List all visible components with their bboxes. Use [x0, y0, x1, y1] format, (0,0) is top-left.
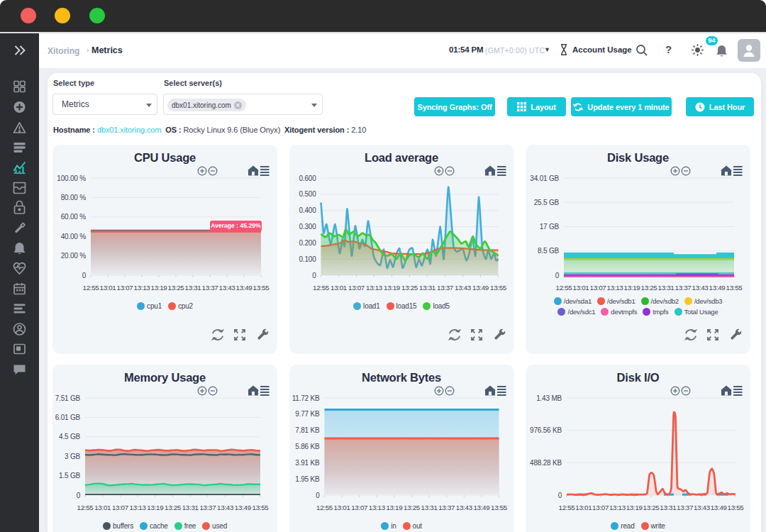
svg-text:13:25: 13:25	[640, 284, 657, 292]
svg-text:13:07: 13:07	[351, 504, 367, 511]
svg-text:13:13: 13:13	[365, 284, 382, 292]
svg-text:13:43: 13:43	[218, 284, 235, 292]
svg-text:40.00 %: 40.00 %	[61, 233, 87, 240]
svg-text:13:01: 13:01	[575, 504, 592, 511]
svg-text:13:37: 13:37	[677, 504, 693, 511]
svg-text:13:19: 13:19	[147, 504, 163, 511]
svg-text:13:13: 13:13	[133, 284, 150, 292]
svg-text:80.00 %: 80.00 %	[61, 194, 87, 201]
svg-text:13:07: 13:07	[592, 504, 609, 511]
svg-text:7.81 KB: 7.81 KB	[295, 426, 320, 434]
svg-text:13:49: 13:49	[235, 504, 251, 511]
svg-text:13:55: 13:55	[726, 284, 743, 292]
svg-text:13:37: 13:37	[438, 504, 455, 511]
svg-text:13:13: 13:13	[609, 504, 626, 511]
svg-text:976.56 KB: 976.56 KB	[530, 426, 562, 434]
svg-text:13:43: 13:43	[694, 504, 711, 511]
svg-text:13:07: 13:07	[112, 504, 128, 511]
svg-text:13:43: 13:43	[692, 284, 709, 292]
svg-text:60.00 %: 60.00 %	[61, 213, 87, 221]
svg-text:34.01 GB: 34.01 GB	[530, 174, 559, 182]
svg-text:13:19: 13:19	[626, 504, 643, 511]
svg-text:7.51 GB: 7.51 GB	[55, 394, 81, 402]
svg-text:13:55: 13:55	[489, 284, 506, 292]
svg-text:3.91 KB: 3.91 KB	[295, 459, 320, 467]
svg-text:13:19: 13:19	[150, 284, 167, 292]
svg-text:0: 0	[77, 492, 81, 499]
svg-text:12:55: 12:55	[82, 284, 99, 292]
svg-text:25.5 GB: 25.5 GB	[534, 199, 560, 206]
svg-text:13:43: 13:43	[217, 504, 234, 511]
svg-text:1.5 GB: 1.5 GB	[59, 472, 80, 480]
svg-text:13:25: 13:25	[643, 504, 660, 511]
svg-text:13:01: 13:01	[330, 284, 346, 292]
svg-text:13:55: 13:55	[252, 284, 270, 292]
svg-text:11.72 KB: 11.72 KB	[292, 394, 319, 402]
svg-text:12:55: 12:55	[558, 504, 575, 511]
svg-text:13:37: 13:37	[201, 284, 218, 292]
svg-text:13:55: 13:55	[490, 504, 507, 511]
svg-text:13:31: 13:31	[418, 284, 435, 292]
svg-text:13:55: 13:55	[727, 504, 744, 511]
svg-text:13:43: 13:43	[454, 284, 471, 292]
svg-text:13:55: 13:55	[252, 504, 269, 511]
svg-text:100.00 %: 100.00 %	[57, 174, 86, 182]
svg-text:0.300: 0.300	[299, 223, 316, 231]
svg-text:13:01: 13:01	[572, 284, 589, 292]
svg-text:13:37: 13:37	[199, 504, 216, 511]
svg-text:9.77 KB: 9.77 KB	[295, 410, 320, 418]
svg-text:13:01: 13:01	[94, 504, 111, 511]
svg-text:13:25: 13:25	[167, 284, 184, 292]
svg-text:13:31: 13:31	[421, 504, 437, 511]
svg-text:13:43: 13:43	[455, 504, 472, 511]
svg-text:17 GB: 17 GB	[540, 223, 560, 231]
svg-text:13:37: 13:37	[675, 284, 691, 292]
svg-text:13:25: 13:25	[165, 504, 182, 511]
svg-text:6.01 GB: 6.01 GB	[55, 414, 81, 421]
svg-text:13:49: 13:49	[473, 504, 489, 511]
svg-text:13:19: 13:19	[386, 504, 402, 511]
svg-text:3 GB: 3 GB	[65, 453, 81, 460]
svg-text:4.5 GB: 4.5 GB	[59, 433, 80, 440]
svg-text:13:31: 13:31	[184, 284, 201, 292]
svg-text:13:25: 13:25	[401, 284, 418, 292]
svg-text:13:31: 13:31	[182, 504, 199, 511]
svg-text:12:55: 12:55	[312, 284, 329, 292]
svg-text:488.28 KB: 488.28 KB	[530, 459, 562, 467]
svg-text:1.43 MB: 1.43 MB	[536, 394, 562, 402]
svg-text:13:13: 13:13	[130, 504, 147, 511]
svg-text:13:49: 13:49	[235, 284, 252, 292]
svg-text:13:01: 13:01	[333, 504, 350, 511]
svg-text:13:37: 13:37	[436, 284, 453, 292]
svg-text:20.00 %: 20.00 %	[61, 252, 87, 260]
svg-text:0.600: 0.600	[299, 174, 316, 182]
svg-text:13:19: 13:19	[383, 284, 399, 292]
svg-text:13:01: 13:01	[99, 284, 116, 292]
svg-text:0: 0	[558, 492, 562, 499]
svg-text:13:07: 13:07	[348, 284, 364, 292]
svg-text:0.400: 0.400	[299, 206, 316, 214]
svg-text:0.100: 0.100	[299, 255, 316, 263]
svg-text:12:55: 12:55	[555, 284, 572, 292]
svg-text:0: 0	[555, 272, 560, 279]
svg-text:13:49: 13:49	[709, 284, 725, 292]
svg-text:13:07: 13:07	[116, 284, 133, 292]
svg-text:13:13: 13:13	[606, 284, 623, 292]
svg-text:13:49: 13:49	[711, 504, 727, 511]
svg-text:5.86 KB: 5.86 KB	[295, 443, 320, 450]
svg-text:0.500: 0.500	[299, 190, 316, 198]
svg-text:1.95 KB: 1.95 KB	[295, 475, 320, 483]
svg-text:0: 0	[82, 272, 87, 279]
svg-text:13:31: 13:31	[660, 504, 676, 511]
svg-text:12:55: 12:55	[316, 504, 333, 511]
svg-text:13:25: 13:25	[403, 504, 420, 511]
svg-text:0: 0	[312, 272, 316, 279]
svg-text:8.5 GB: 8.5 GB	[538, 247, 559, 255]
svg-text:13:07: 13:07	[589, 284, 606, 292]
svg-text:13:19: 13:19	[623, 284, 640, 292]
svg-text:13:13: 13:13	[368, 504, 385, 511]
svg-text:0.200: 0.200	[299, 239, 316, 247]
svg-text:13:49: 13:49	[472, 284, 488, 292]
svg-text:0: 0	[316, 492, 320, 499]
svg-text:12:55: 12:55	[77, 504, 94, 511]
